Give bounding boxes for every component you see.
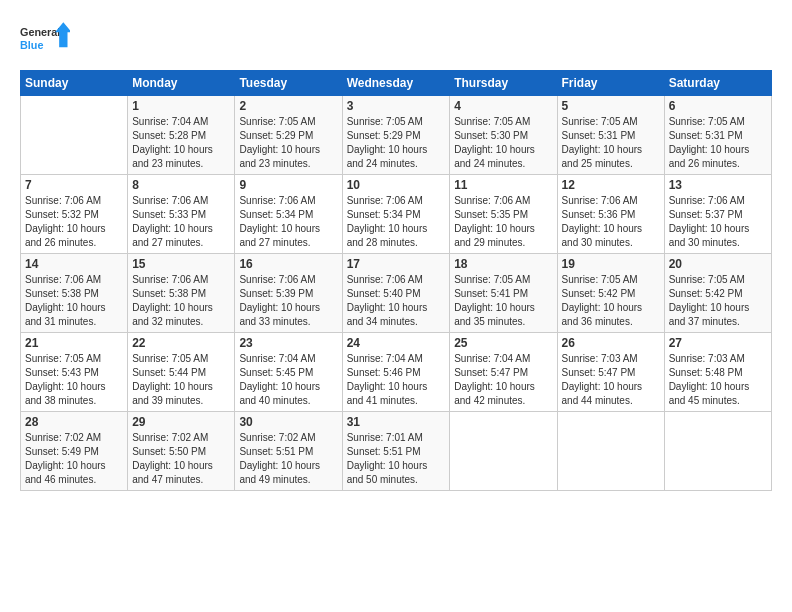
- calendar-cell: 17Sunrise: 7:06 AMSunset: 5:40 PMDayligh…: [342, 254, 450, 333]
- day-number: 9: [239, 178, 337, 192]
- day-info: Sunrise: 7:06 AMSunset: 5:34 PMDaylight:…: [239, 194, 337, 250]
- calendar-cell: 12Sunrise: 7:06 AMSunset: 5:36 PMDayligh…: [557, 175, 664, 254]
- day-info: Sunrise: 7:05 AMSunset: 5:29 PMDaylight:…: [347, 115, 446, 171]
- calendar-cell: 14Sunrise: 7:06 AMSunset: 5:38 PMDayligh…: [21, 254, 128, 333]
- calendar-cell: 27Sunrise: 7:03 AMSunset: 5:48 PMDayligh…: [664, 333, 771, 412]
- calendar-cell: 7Sunrise: 7:06 AMSunset: 5:32 PMDaylight…: [21, 175, 128, 254]
- day-number: 27: [669, 336, 767, 350]
- day-info: Sunrise: 7:05 AMSunset: 5:44 PMDaylight:…: [132, 352, 230, 408]
- day-info: Sunrise: 7:06 AMSunset: 5:34 PMDaylight:…: [347, 194, 446, 250]
- calendar-cell: 9Sunrise: 7:06 AMSunset: 5:34 PMDaylight…: [235, 175, 342, 254]
- day-info: Sunrise: 7:04 AMSunset: 5:47 PMDaylight:…: [454, 352, 552, 408]
- calendar-cell: 29Sunrise: 7:02 AMSunset: 5:50 PMDayligh…: [128, 412, 235, 491]
- day-number: 10: [347, 178, 446, 192]
- day-info: Sunrise: 7:05 AMSunset: 5:31 PMDaylight:…: [562, 115, 660, 171]
- day-number: 16: [239, 257, 337, 271]
- calendar-cell: 11Sunrise: 7:06 AMSunset: 5:35 PMDayligh…: [450, 175, 557, 254]
- header-sunday: Sunday: [21, 71, 128, 96]
- day-number: 13: [669, 178, 767, 192]
- header-friday: Friday: [557, 71, 664, 96]
- calendar-table: SundayMondayTuesdayWednesdayThursdayFrid…: [20, 70, 772, 491]
- header-saturday: Saturday: [664, 71, 771, 96]
- calendar-cell: 24Sunrise: 7:04 AMSunset: 5:46 PMDayligh…: [342, 333, 450, 412]
- calendar-cell: 19Sunrise: 7:05 AMSunset: 5:42 PMDayligh…: [557, 254, 664, 333]
- day-number: 28: [25, 415, 123, 429]
- calendar-cell: 21Sunrise: 7:05 AMSunset: 5:43 PMDayligh…: [21, 333, 128, 412]
- day-info: Sunrise: 7:06 AMSunset: 5:39 PMDaylight:…: [239, 273, 337, 329]
- svg-text:General: General: [20, 26, 60, 38]
- day-info: Sunrise: 7:02 AMSunset: 5:51 PMDaylight:…: [239, 431, 337, 487]
- day-number: 25: [454, 336, 552, 350]
- logo-svg: General Blue: [20, 18, 70, 58]
- day-number: 17: [347, 257, 446, 271]
- calendar-cell: 25Sunrise: 7:04 AMSunset: 5:47 PMDayligh…: [450, 333, 557, 412]
- day-number: 12: [562, 178, 660, 192]
- day-number: 20: [669, 257, 767, 271]
- day-number: 14: [25, 257, 123, 271]
- day-info: Sunrise: 7:05 AMSunset: 5:30 PMDaylight:…: [454, 115, 552, 171]
- day-info: Sunrise: 7:01 AMSunset: 5:51 PMDaylight:…: [347, 431, 446, 487]
- calendar-cell: 28Sunrise: 7:02 AMSunset: 5:49 PMDayligh…: [21, 412, 128, 491]
- calendar-cell: 5Sunrise: 7:05 AMSunset: 5:31 PMDaylight…: [557, 96, 664, 175]
- header-wednesday: Wednesday: [342, 71, 450, 96]
- day-number: 29: [132, 415, 230, 429]
- day-number: 18: [454, 257, 552, 271]
- week-row-5: 28Sunrise: 7:02 AMSunset: 5:49 PMDayligh…: [21, 412, 772, 491]
- calendar-cell: 15Sunrise: 7:06 AMSunset: 5:38 PMDayligh…: [128, 254, 235, 333]
- calendar-cell: [450, 412, 557, 491]
- header-monday: Monday: [128, 71, 235, 96]
- day-number: 23: [239, 336, 337, 350]
- day-info: Sunrise: 7:06 AMSunset: 5:33 PMDaylight:…: [132, 194, 230, 250]
- calendar-cell: 20Sunrise: 7:05 AMSunset: 5:42 PMDayligh…: [664, 254, 771, 333]
- calendar-cell: 13Sunrise: 7:06 AMSunset: 5:37 PMDayligh…: [664, 175, 771, 254]
- day-info: Sunrise: 7:06 AMSunset: 5:36 PMDaylight:…: [562, 194, 660, 250]
- logo: General Blue: [20, 18, 70, 58]
- day-info: Sunrise: 7:06 AMSunset: 5:35 PMDaylight:…: [454, 194, 552, 250]
- day-info: Sunrise: 7:04 AMSunset: 5:28 PMDaylight:…: [132, 115, 230, 171]
- day-info: Sunrise: 7:05 AMSunset: 5:29 PMDaylight:…: [239, 115, 337, 171]
- day-number: 31: [347, 415, 446, 429]
- calendar-cell: 1Sunrise: 7:04 AMSunset: 5:28 PMDaylight…: [128, 96, 235, 175]
- day-info: Sunrise: 7:06 AMSunset: 5:40 PMDaylight:…: [347, 273, 446, 329]
- calendar-cell: 31Sunrise: 7:01 AMSunset: 5:51 PMDayligh…: [342, 412, 450, 491]
- day-number: 11: [454, 178, 552, 192]
- day-info: Sunrise: 7:02 AMSunset: 5:50 PMDaylight:…: [132, 431, 230, 487]
- calendar-cell: 2Sunrise: 7:05 AMSunset: 5:29 PMDaylight…: [235, 96, 342, 175]
- calendar-cell: 26Sunrise: 7:03 AMSunset: 5:47 PMDayligh…: [557, 333, 664, 412]
- day-info: Sunrise: 7:05 AMSunset: 5:31 PMDaylight:…: [669, 115, 767, 171]
- calendar-cell: 23Sunrise: 7:04 AMSunset: 5:45 PMDayligh…: [235, 333, 342, 412]
- day-info: Sunrise: 7:03 AMSunset: 5:48 PMDaylight:…: [669, 352, 767, 408]
- day-number: 15: [132, 257, 230, 271]
- week-row-4: 21Sunrise: 7:05 AMSunset: 5:43 PMDayligh…: [21, 333, 772, 412]
- calendar-cell: 18Sunrise: 7:05 AMSunset: 5:41 PMDayligh…: [450, 254, 557, 333]
- day-info: Sunrise: 7:03 AMSunset: 5:47 PMDaylight:…: [562, 352, 660, 408]
- day-number: 5: [562, 99, 660, 113]
- day-number: 22: [132, 336, 230, 350]
- calendar-cell: 4Sunrise: 7:05 AMSunset: 5:30 PMDaylight…: [450, 96, 557, 175]
- day-number: 6: [669, 99, 767, 113]
- day-number: 26: [562, 336, 660, 350]
- day-number: 24: [347, 336, 446, 350]
- week-row-1: 1Sunrise: 7:04 AMSunset: 5:28 PMDaylight…: [21, 96, 772, 175]
- day-info: Sunrise: 7:05 AMSunset: 5:42 PMDaylight:…: [562, 273, 660, 329]
- day-info: Sunrise: 7:04 AMSunset: 5:45 PMDaylight:…: [239, 352, 337, 408]
- calendar-cell: 10Sunrise: 7:06 AMSunset: 5:34 PMDayligh…: [342, 175, 450, 254]
- calendar-cell: [21, 96, 128, 175]
- calendar-cell: 6Sunrise: 7:05 AMSunset: 5:31 PMDaylight…: [664, 96, 771, 175]
- calendar-cell: 3Sunrise: 7:05 AMSunset: 5:29 PMDaylight…: [342, 96, 450, 175]
- header-row: SundayMondayTuesdayWednesdayThursdayFrid…: [21, 71, 772, 96]
- day-number: 1: [132, 99, 230, 113]
- day-info: Sunrise: 7:06 AMSunset: 5:37 PMDaylight:…: [669, 194, 767, 250]
- day-info: Sunrise: 7:05 AMSunset: 5:41 PMDaylight:…: [454, 273, 552, 329]
- week-row-3: 14Sunrise: 7:06 AMSunset: 5:38 PMDayligh…: [21, 254, 772, 333]
- day-number: 4: [454, 99, 552, 113]
- day-number: 7: [25, 178, 123, 192]
- calendar-cell: [664, 412, 771, 491]
- day-info: Sunrise: 7:05 AMSunset: 5:43 PMDaylight:…: [25, 352, 123, 408]
- day-info: Sunrise: 7:06 AMSunset: 5:32 PMDaylight:…: [25, 194, 123, 250]
- day-info: Sunrise: 7:04 AMSunset: 5:46 PMDaylight:…: [347, 352, 446, 408]
- day-info: Sunrise: 7:06 AMSunset: 5:38 PMDaylight:…: [132, 273, 230, 329]
- week-row-2: 7Sunrise: 7:06 AMSunset: 5:32 PMDaylight…: [21, 175, 772, 254]
- day-number: 21: [25, 336, 123, 350]
- day-number: 19: [562, 257, 660, 271]
